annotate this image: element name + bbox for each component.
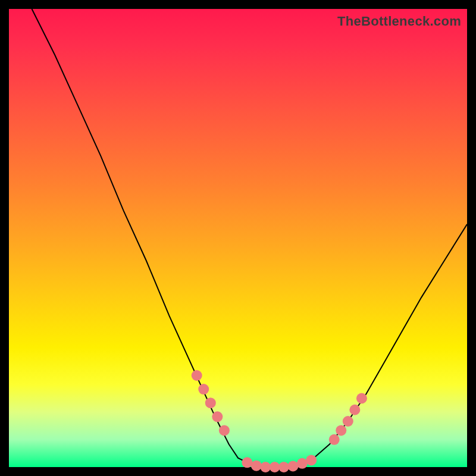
data-marker	[343, 416, 353, 427]
data-marker	[219, 425, 230, 436]
data-marker	[329, 434, 340, 445]
data-marker	[198, 384, 209, 394]
data-marker	[356, 393, 367, 404]
bottleneck-curve	[32, 9, 468, 467]
data-markers	[192, 370, 367, 472]
data-marker	[278, 462, 289, 472]
data-marker	[270, 462, 280, 472]
data-marker	[212, 411, 223, 422]
data-marker	[251, 461, 262, 471]
data-marker	[205, 397, 216, 408]
data-marker	[336, 425, 346, 436]
data-marker	[349, 405, 360, 415]
data-marker	[242, 457, 252, 468]
data-marker	[287, 461, 298, 471]
watermark-label: TheBottleneck.com	[337, 14, 461, 29]
data-marker	[192, 370, 202, 381]
chart-svg	[9, 9, 467, 467]
plot-area: TheBottleneck.com	[9, 9, 467, 467]
data-marker	[260, 462, 271, 472]
data-marker	[306, 455, 317, 465]
data-marker	[297, 458, 308, 469]
